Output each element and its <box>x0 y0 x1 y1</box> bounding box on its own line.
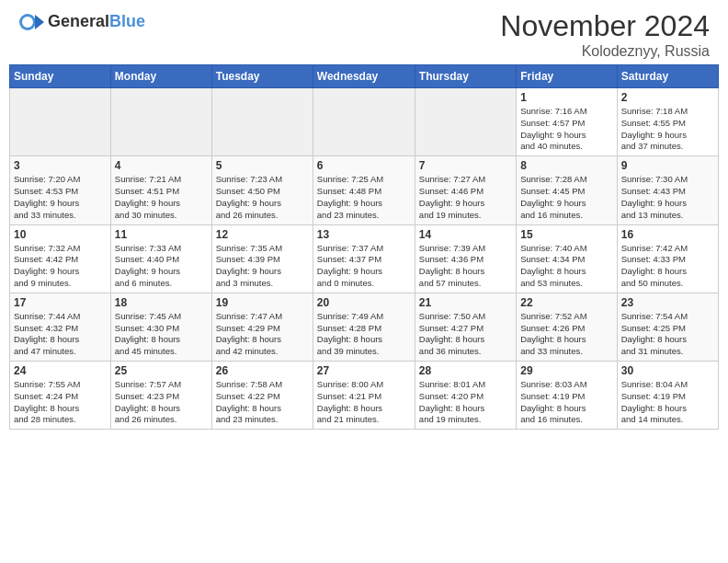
day-cell <box>211 88 313 156</box>
week-row-2: 3Sunrise: 7:20 AMSunset: 4:53 PMDaylight… <box>10 156 719 224</box>
day-cell: 14Sunrise: 7:39 AMSunset: 4:36 PMDayligh… <box>415 224 516 293</box>
day-info: Sunrise: 7:27 AMSunset: 4:46 PMDaylight:… <box>419 174 512 221</box>
day-number: 30 <box>621 364 714 377</box>
day-cell: 21Sunrise: 7:50 AMSunset: 4:27 PMDayligh… <box>415 293 516 361</box>
day-info: Sunrise: 7:40 AMSunset: 4:34 PMDaylight:… <box>520 243 612 290</box>
day-cell: 12Sunrise: 7:35 AMSunset: 4:39 PMDayligh… <box>211 224 313 293</box>
day-cell: 27Sunrise: 8:00 AMSunset: 4:21 PMDayligh… <box>313 362 415 430</box>
day-number: 16 <box>621 228 714 241</box>
day-cell: 23Sunrise: 7:54 AMSunset: 4:25 PMDayligh… <box>617 293 718 361</box>
day-number: 1 <box>520 91 612 104</box>
logo: GeneralBlue <box>18 9 145 35</box>
day-info: Sunrise: 7:49 AMSunset: 4:28 PMDaylight:… <box>317 311 411 358</box>
day-info: Sunrise: 7:54 AMSunset: 4:25 PMDaylight:… <box>621 311 714 358</box>
day-info: Sunrise: 7:21 AMSunset: 4:51 PMDaylight:… <box>115 174 208 221</box>
day-cell: 11Sunrise: 7:33 AMSunset: 4:40 PMDayligh… <box>110 224 211 293</box>
calendar-table: SundayMondayTuesdayWednesdayThursdayFrid… <box>9 64 719 430</box>
day-info: Sunrise: 8:03 AMSunset: 4:19 PMDaylight:… <box>520 379 612 426</box>
day-info: Sunrise: 7:30 AMSunset: 4:43 PMDaylight:… <box>621 174 714 221</box>
day-number: 27 <box>317 364 411 377</box>
day-info: Sunrise: 7:20 AMSunset: 4:53 PMDaylight:… <box>14 174 107 221</box>
day-info: Sunrise: 7:42 AMSunset: 4:33 PMDaylight:… <box>621 243 714 290</box>
day-cell: 20Sunrise: 7:49 AMSunset: 4:28 PMDayligh… <box>313 293 415 361</box>
day-number: 12 <box>216 228 309 241</box>
day-info: Sunrise: 7:57 AMSunset: 4:23 PMDaylight:… <box>115 379 208 426</box>
day-info: Sunrise: 7:55 AMSunset: 4:24 PMDaylight:… <box>14 379 107 426</box>
day-info: Sunrise: 8:00 AMSunset: 4:21 PMDaylight:… <box>317 379 411 426</box>
day-cell: 2Sunrise: 7:18 AMSunset: 4:55 PMDaylight… <box>617 88 718 156</box>
week-row-3: 10Sunrise: 7:32 AMSunset: 4:42 PMDayligh… <box>10 224 719 293</box>
col-header-wednesday: Wednesday <box>313 65 415 88</box>
day-cell: 25Sunrise: 7:57 AMSunset: 4:23 PMDayligh… <box>110 362 211 430</box>
day-number: 17 <box>14 296 107 309</box>
day-cell: 9Sunrise: 7:30 AMSunset: 4:43 PMDaylight… <box>617 156 718 224</box>
day-number: 26 <box>216 364 309 377</box>
day-number: 22 <box>520 296 612 309</box>
day-number: 21 <box>419 296 512 309</box>
day-number: 24 <box>14 364 107 377</box>
calendar: SundayMondayTuesdayWednesdayThursdayFrid… <box>0 64 728 434</box>
day-number: 4 <box>115 159 208 172</box>
logo-text: GeneralBlue <box>48 13 145 31</box>
title-block: November 2024 Kolodeznyy, Russia <box>500 9 710 60</box>
day-number: 10 <box>14 228 107 241</box>
day-number: 6 <box>317 159 411 172</box>
day-cell <box>415 88 516 156</box>
day-number: 2 <box>621 91 714 104</box>
day-info: Sunrise: 8:01 AMSunset: 4:20 PMDaylight:… <box>419 379 512 426</box>
day-cell: 1Sunrise: 7:16 AMSunset: 4:57 PMDaylight… <box>517 88 617 156</box>
logo-icon <box>18 9 44 35</box>
day-cell: 30Sunrise: 8:04 AMSunset: 4:19 PMDayligh… <box>617 362 718 430</box>
day-info: Sunrise: 7:50 AMSunset: 4:27 PMDaylight:… <box>419 311 512 358</box>
day-info: Sunrise: 7:25 AMSunset: 4:48 PMDaylight:… <box>317 174 411 221</box>
week-row-4: 17Sunrise: 7:44 AMSunset: 4:32 PMDayligh… <box>10 293 719 361</box>
col-header-tuesday: Tuesday <box>211 65 313 88</box>
day-info: Sunrise: 7:37 AMSunset: 4:37 PMDaylight:… <box>317 243 411 290</box>
week-row-1: 1Sunrise: 7:16 AMSunset: 4:57 PMDaylight… <box>10 88 719 156</box>
day-number: 18 <box>115 296 208 309</box>
day-number: 23 <box>621 296 714 309</box>
day-number: 5 <box>216 159 309 172</box>
day-info: Sunrise: 8:04 AMSunset: 4:19 PMDaylight:… <box>621 379 714 426</box>
col-header-sunday: Sunday <box>10 65 111 88</box>
day-info: Sunrise: 7:45 AMSunset: 4:30 PMDaylight:… <box>115 311 208 358</box>
day-number: 7 <box>419 159 512 172</box>
day-number: 8 <box>520 159 612 172</box>
svg-point-2 <box>22 17 33 28</box>
day-cell: 19Sunrise: 7:47 AMSunset: 4:29 PMDayligh… <box>211 293 313 361</box>
day-number: 11 <box>115 228 208 241</box>
col-header-monday: Monday <box>110 65 211 88</box>
day-number: 20 <box>317 296 411 309</box>
day-info: Sunrise: 7:18 AMSunset: 4:55 PMDaylight:… <box>621 106 714 153</box>
day-info: Sunrise: 7:23 AMSunset: 4:50 PMDaylight:… <box>216 174 309 221</box>
day-cell: 16Sunrise: 7:42 AMSunset: 4:33 PMDayligh… <box>617 224 718 293</box>
day-number: 15 <box>520 228 612 241</box>
day-cell: 24Sunrise: 7:55 AMSunset: 4:24 PMDayligh… <box>10 362 111 430</box>
day-cell: 7Sunrise: 7:27 AMSunset: 4:46 PMDaylight… <box>415 156 516 224</box>
month-title: November 2024 <box>500 9 710 43</box>
day-cell: 13Sunrise: 7:37 AMSunset: 4:37 PMDayligh… <box>313 224 415 293</box>
svg-marker-1 <box>35 15 44 29</box>
day-cell: 26Sunrise: 7:58 AMSunset: 4:22 PMDayligh… <box>211 362 313 430</box>
day-cell: 10Sunrise: 7:32 AMSunset: 4:42 PMDayligh… <box>10 224 111 293</box>
day-number: 14 <box>419 228 512 241</box>
day-number: 13 <box>317 228 411 241</box>
day-number: 3 <box>14 159 107 172</box>
day-info: Sunrise: 7:16 AMSunset: 4:57 PMDaylight:… <box>520 106 612 153</box>
col-header-thursday: Thursday <box>415 65 516 88</box>
day-number: 29 <box>520 364 612 377</box>
day-info: Sunrise: 7:44 AMSunset: 4:32 PMDaylight:… <box>14 311 107 358</box>
calendar-header-row: SundayMondayTuesdayWednesdayThursdayFrid… <box>10 65 719 88</box>
day-number: 19 <box>216 296 309 309</box>
day-info: Sunrise: 7:28 AMSunset: 4:45 PMDaylight:… <box>520 174 612 221</box>
day-number: 9 <box>621 159 714 172</box>
day-cell: 8Sunrise: 7:28 AMSunset: 4:45 PMDaylight… <box>517 156 617 224</box>
day-cell <box>313 88 415 156</box>
day-info: Sunrise: 7:47 AMSunset: 4:29 PMDaylight:… <box>216 311 309 358</box>
location: Kolodeznyy, Russia <box>500 43 710 60</box>
day-cell: 5Sunrise: 7:23 AMSunset: 4:50 PMDaylight… <box>211 156 313 224</box>
day-cell: 18Sunrise: 7:45 AMSunset: 4:30 PMDayligh… <box>110 293 211 361</box>
week-row-5: 24Sunrise: 7:55 AMSunset: 4:24 PMDayligh… <box>10 362 719 430</box>
day-cell: 4Sunrise: 7:21 AMSunset: 4:51 PMDaylight… <box>110 156 211 224</box>
day-cell: 3Sunrise: 7:20 AMSunset: 4:53 PMDaylight… <box>10 156 111 224</box>
